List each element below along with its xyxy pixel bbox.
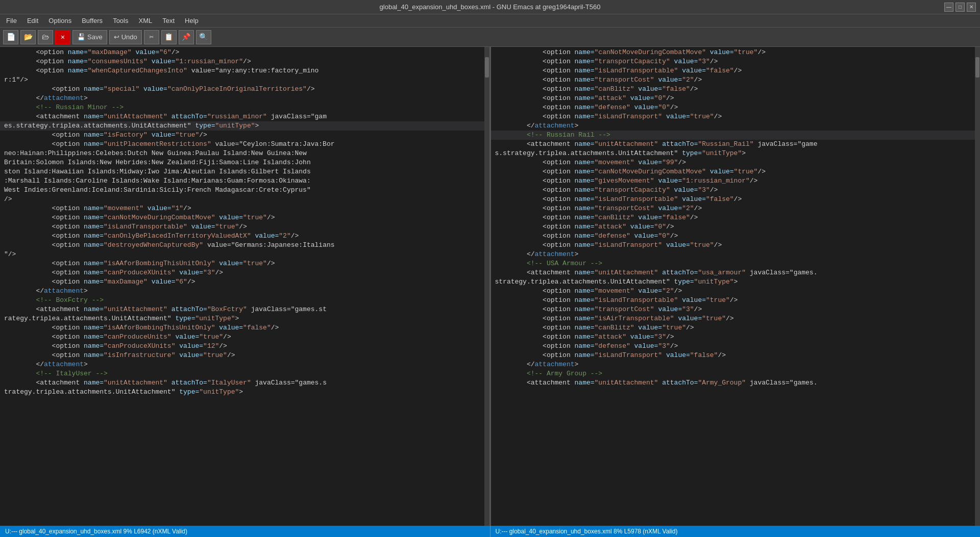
close-button[interactable]: ✕: [55, 30, 70, 44]
code-line: </attachment>: [0, 287, 484, 296]
code-line: <attachment name="unitAttachment" attach…: [491, 378, 975, 388]
code-line: />: [0, 195, 484, 204]
cut-button[interactable]: ✂: [144, 30, 159, 44]
close-button[interactable]: ✕: [967, 3, 976, 12]
code-line: <option name="transportCapacity" value="…: [491, 57, 975, 66]
code-line: <option name="canNotMoveDuringCombatMove…: [491, 167, 975, 176]
code-line: neo:Hainan:Philippines:Celebes:Dutch New…: [0, 149, 484, 158]
code-line: <option name="transportCost" value="3"/>: [491, 305, 975, 314]
code-line: <option name="isAirTransportable" value=…: [491, 314, 975, 323]
menu-tools[interactable]: Tools: [109, 16, 132, 25]
code-line: <option name="canBlitz" value="false"/>: [491, 213, 975, 222]
code-line: <attachment name="unitAttachment" attach…: [0, 305, 484, 314]
code-line: <option name="consumesUnits" value="1:ru…: [0, 57, 484, 66]
code-line: <!-- Army Group -->: [491, 369, 975, 378]
code-line: <option name="canBlitz" value="false"/>: [491, 85, 975, 94]
menu-help[interactable]: Help: [181, 16, 203, 25]
menu-file[interactable]: File: [2, 16, 21, 25]
new-file-button[interactable]: 📄: [3, 30, 18, 44]
search-button[interactable]: 🔍: [196, 30, 211, 44]
menu-buffers[interactable]: Buffers: [78, 16, 107, 25]
code-line: <!-- BoxFctry -->: [0, 296, 484, 305]
left-scrollbar-thumb[interactable]: [485, 57, 489, 78]
code-line: <option name="attack" value="3"/>: [491, 333, 975, 342]
code-line: <option name="isLandTransport" value="tr…: [491, 112, 975, 121]
code-line: "/>: [0, 250, 484, 259]
status-bar: U:--- global_40_expansion_uhd_boxes.xml …: [0, 526, 980, 537]
code-line: <option name="defense" value="3"/>: [491, 342, 975, 351]
code-line: rategy.triplea.attachments.UnitAttachmen…: [0, 314, 484, 323]
code-line: <option name="isLandTransportable" value…: [0, 222, 484, 232]
code-line: <option name="isLandTransportable" value…: [491, 296, 975, 305]
code-line: <option name="canProduceUnits" value="tr…: [0, 333, 484, 342]
window-title: global_40_expansion_uhd_boxes.xml - GNU …: [380, 3, 601, 11]
right-scrollbar-thumb[interactable]: [975, 57, 979, 78]
code-line: </attachment>: [491, 250, 975, 259]
paste-button[interactable]: 📌: [179, 30, 194, 44]
code-line: <option name="isAAforBombingThisUnitOnly…: [0, 259, 484, 268]
code-line: <option name="defense" value="0"/>: [491, 232, 975, 241]
code-line: <option name="canNotMoveDuringCombatMove…: [491, 48, 975, 57]
code-line: West Indies:Greenland:Iceland:Sardinia:S…: [0, 186, 484, 195]
left-status-text: U:--- global_40_expansion_uhd_boxes.xml …: [5, 528, 187, 535]
minimize-button[interactable]: —: [944, 3, 953, 12]
left-scrollbar[interactable]: [484, 47, 489, 526]
menu-xml[interactable]: XML: [134, 16, 156, 25]
code-line: <option name="canProduceXUnits" value="1…: [0, 342, 484, 351]
code-line: <option name="canProduceXUnits" value="3…: [0, 268, 484, 277]
code-line: <attachment name="unitAttachment" attach…: [0, 378, 484, 388]
code-line: <option name="defense" value="0"/>: [491, 103, 975, 112]
save-button[interactable]: 💾 Save: [72, 30, 107, 44]
code-line: <option name="canBlitz" value="true"/>: [491, 323, 975, 333]
code-line: <option name="isLandTransport" value="tr…: [491, 241, 975, 250]
menu-text[interactable]: Text: [158, 16, 179, 25]
code-line: <option name="destroyedWhenCapturedBy" v…: [0, 241, 484, 250]
code-line: <!-- Russian Minor -->: [0, 103, 484, 112]
code-line: strategy.triplea.attachments.UnitAttachm…: [491, 277, 975, 287]
code-line: es.strategy.triplea.attachments.UnitAtta…: [0, 121, 484, 131]
left-status: U:--- global_40_expansion_uhd_boxes.xml …: [0, 528, 490, 535]
copy-button[interactable]: 📋: [161, 30, 177, 44]
maximize-button[interactable]: □: [955, 3, 965, 12]
save-label: Save: [87, 33, 103, 41]
code-line: trategy.triplea.attachments.UnitAttachme…: [0, 388, 484, 397]
code-line: <option name="canOnlyBePlacedInTerritory…: [0, 232, 484, 241]
code-line: <option name="canNotMoveDuringCombatMove…: [0, 213, 484, 222]
code-line: </attachment>: [0, 94, 484, 103]
left-pane-content: <option name="maxDamage" value="6"/> <op…: [0, 48, 484, 397]
menu-options[interactable]: Options: [44, 16, 76, 25]
open-file-button[interactable]: 📂: [20, 30, 36, 44]
code-line: <option name="whenCapturedChangesInto" v…: [0, 66, 484, 75]
code-line: s.strategy.triplea.attachments.UnitAttac…: [491, 149, 975, 158]
code-line: <option name="movement" value="1"/>: [0, 204, 484, 213]
left-pane[interactable]: <option name="maxDamage" value="6"/> <op…: [0, 47, 489, 526]
window-controls: — □ ✕: [944, 3, 976, 12]
code-line: <option name="transportCost" value="2"/>: [491, 204, 975, 213]
title-bar: global_40_expansion_uhd_boxes.xml - GNU …: [0, 0, 980, 14]
code-line: <option name="isAAforBombingThisUnitOnly…: [0, 323, 484, 333]
menu-edit[interactable]: Edit: [23, 16, 42, 25]
code-line: <!-- Russian Rail -->: [491, 131, 975, 140]
code-line: <attachment name="unitAttachment" attach…: [0, 112, 484, 121]
open-dir-button[interactable]: 🗁: [38, 30, 53, 44]
code-line: Britain:Solomon Islands:New Hebrides:New…: [0, 158, 484, 167]
code-line: </attachment>: [0, 360, 484, 369]
right-pane[interactable]: <option name="canNotMoveDuringCombatMove…: [491, 47, 981, 526]
code-line: <option name="isInfrastructure" value="t…: [0, 351, 484, 360]
code-line: <option name="special" value="canOnlyPla…: [0, 85, 484, 94]
code-line: <option name="maxDamage" value="6"/>: [0, 277, 484, 287]
menu-bar: File Edit Options Buffers Tools XML Text…: [0, 14, 980, 28]
code-line: <option name="movement" value="99"/>: [491, 158, 975, 167]
code-line: <option name="isLandTransportable" value…: [491, 195, 975, 204]
undo-label: Undo: [121, 33, 137, 41]
code-line: <option name="unitPlacementRestrictions"…: [0, 140, 484, 149]
code-line: <attachment name="unitAttachment" attach…: [491, 140, 975, 149]
code-line: <option name="givesMovement" value="1:ru…: [491, 176, 975, 186]
undo-button[interactable]: ↩ Undo: [109, 30, 142, 44]
right-pane-content: <option name="canNotMoveDuringCombatMove…: [491, 48, 975, 388]
code-line: <attachment name="unitAttachment" attach…: [491, 268, 975, 277]
right-scrollbar[interactable]: [975, 47, 980, 526]
code-line: </attachment>: [491, 360, 975, 369]
code-line: <option name="movement" value="2"/>: [491, 287, 975, 296]
code-line: r:1"/>: [0, 75, 484, 85]
